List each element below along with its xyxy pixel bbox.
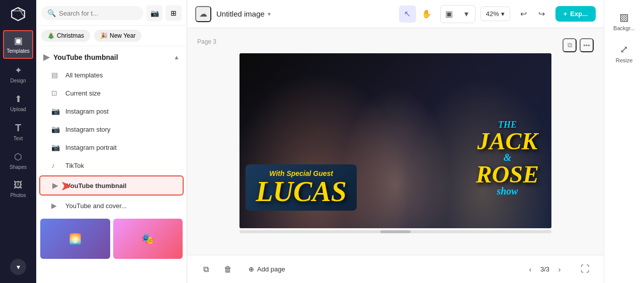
youtube-section-icon: ▶ (43, 52, 49, 62)
view-button[interactable]: ▣ (441, 6, 458, 23)
instagram-story-icon: 📷 (51, 125, 60, 133)
sidebar-item-label: Design (10, 78, 26, 83)
christmas-label: Christmas (57, 32, 84, 39)
menu-item-current-size[interactable]: ⊡ Current size (39, 84, 184, 102)
background-label: Backgr... (613, 25, 635, 31)
show-title-rose: ROSE (476, 163, 539, 185)
page-number-label: Page 3 (197, 38, 216, 45)
canvas-wrapper: THE JACK & ROSE show With Special Guest … (239, 53, 551, 233)
view-chevron-button[interactable]: ▾ (458, 6, 475, 23)
grid-view-icon: ▣ (445, 9, 453, 19)
menu-item-label: YouTube thumbnail (66, 182, 126, 190)
background-icon: ▨ (619, 11, 629, 23)
bottom-toolbar: ⧉ 🗑 ⊕ Add page ‹ 3/3 › ⛶ (187, 255, 604, 283)
document-title: Untitled image (216, 10, 265, 18)
delete-page-button[interactable]: 🗑 (219, 261, 236, 278)
new-year-label: New Year (110, 32, 135, 39)
document-title-area[interactable]: Untitled image ▾ (216, 10, 271, 18)
template-section-header[interactable]: ▶ YouTube thumbnail ▲ (36, 46, 187, 66)
canvas-content: THE JACK & ROSE show With Special Guest … (239, 53, 551, 228)
menu-item-instagram-story[interactable]: 📷 Instagram story (39, 120, 184, 138)
menu-item-label: TikTok (65, 162, 84, 169)
text-icon: T (15, 122, 21, 134)
sidebar-item-label: Upload (10, 107, 26, 112)
top-toolbar: ☁ Untitled image ▾ ↖ ✋ ▣ ▾ 42% ▾ (187, 0, 604, 28)
canvas-container[interactable]: Page 3 ⧉ ••• THE JACK & R (187, 28, 604, 255)
search-bar: 🔍 📷 ⊞ (36, 0, 187, 26)
menu-item-all-templates[interactable]: ▤ All templates (39, 66, 184, 84)
app-logo[interactable] (8, 4, 28, 24)
view-tool-group: ▣ ▾ (440, 5, 475, 23)
export-button[interactable]: + Exp... (555, 6, 596, 22)
more-icon: ••• (583, 42, 590, 49)
design-icon: ✦ (15, 65, 22, 76)
menu-item-label: Current size (65, 89, 101, 97)
upload-icon: ⬆ (15, 93, 22, 105)
canvas-scrollbar-thumb (380, 230, 411, 233)
undo-icon: ↩ (520, 9, 527, 19)
fullscreen-button[interactable]: ⛶ (577, 261, 594, 278)
sidebar-expand-button[interactable]: ▾ (10, 259, 26, 275)
cloud-save-button[interactable]: ☁ (195, 6, 211, 22)
canvas-image[interactable]: THE JACK & ROSE show With Special Guest … (239, 53, 551, 228)
thumbnail-item-2[interactable]: 🎭 (113, 219, 183, 259)
menu-item-label: Instagram story (65, 126, 111, 133)
copy-page-button[interactable]: ⧉ (197, 261, 214, 278)
page-more-button[interactable]: ••• (580, 38, 594, 52)
camera-search-button[interactable]: 📷 (146, 5, 163, 21)
next-page-icon: › (558, 265, 561, 273)
current-size-icon: ⊡ (51, 89, 60, 97)
hand-tool-button[interactable]: ✋ (418, 6, 435, 23)
tag-row: 🎄 Christmas 🎉 New Year (36, 26, 187, 46)
youtube-thumbnail-icon: ▶ (52, 181, 61, 190)
new-year-tag[interactable]: 🎉 New Year (94, 30, 141, 42)
shapes-icon: ⬡ (14, 151, 22, 162)
menu-item-tiktok[interactable]: ♪ TikTok (39, 156, 184, 174)
sidebar-item-templates[interactable]: ▣ Templates (3, 30, 33, 59)
menu-item-youtube-cover[interactable]: ▶ YouTube and cover... (39, 197, 184, 215)
camera-icon: 📷 (150, 9, 159, 17)
title-chevron-icon: ▾ (268, 11, 271, 18)
export-label: Exp... (570, 10, 588, 18)
copy-icon: ⧉ (203, 265, 209, 274)
thumbnail-grid: 🌅 🎭 (36, 215, 187, 263)
next-page-button[interactable]: › (552, 262, 567, 276)
expand-icon: ⛶ (581, 264, 590, 274)
search-input-wrapper[interactable]: 🔍 (41, 6, 143, 20)
sidebar-item-upload[interactable]: ⬆ Upload (3, 89, 33, 116)
redo-button[interactable]: ↪ (533, 6, 550, 23)
christmas-tag[interactable]: 🎄 Christmas (41, 30, 90, 42)
search-icon: 🔍 (47, 9, 56, 17)
search-input[interactable] (59, 10, 137, 17)
template-list: ▶ YouTube thumbnail ▲ ▤ All templates ⊡ … (36, 46, 187, 283)
sidebar-item-design[interactable]: ✦ Design (3, 61, 33, 87)
menu-item-instagram-portrait[interactable]: 📷 Instagram portrait (39, 138, 184, 156)
guest-banner: With Special Guest LUCAS (246, 164, 357, 211)
undo-button[interactable]: ↩ (515, 6, 532, 23)
add-page-button[interactable]: ⊕ Add page (242, 261, 292, 277)
zoom-level: 42% (486, 10, 499, 18)
prev-page-button[interactable]: ‹ (523, 262, 537, 276)
resize-button[interactable]: ⤢ Resize (608, 38, 640, 68)
resize-icon: ⤢ (620, 43, 628, 55)
select-tool-button[interactable]: ↖ (399, 6, 416, 23)
thumbnail-item-1[interactable]: 🌅 (40, 219, 110, 259)
show-title-jack: JACK (476, 130, 539, 152)
sidebar: ▣ Templates ✦ Design ⬆ Upload T Text ⬡ S… (0, 0, 36, 283)
canvas-scrollbar[interactable] (239, 230, 551, 233)
duplicate-icon: ⧉ (568, 41, 572, 49)
page-actions: ⧉ ••• (562, 38, 594, 52)
menu-item-youtube-thumbnail[interactable]: ▶ YouTube thumbnail (39, 175, 184, 196)
sidebar-item-text[interactable]: T Text (3, 118, 33, 145)
filter-button[interactable]: ⊞ (166, 5, 182, 21)
sidebar-item-shapes[interactable]: ⬡ Shapes (3, 147, 33, 174)
zoom-control[interactable]: 42% ▾ (480, 7, 510, 21)
sidebar-item-label: Templates (7, 48, 30, 54)
background-button[interactable]: ▨ Backgr... (608, 6, 640, 36)
page-duplicate-button[interactable]: ⧉ (562, 38, 577, 52)
sidebar-item-photos[interactable]: 🖼 Photos (3, 176, 33, 202)
menu-item-instagram-post[interactable]: 📷 Instagram post (39, 102, 184, 120)
menu-item-label: YouTube and cover... (65, 202, 127, 210)
undo-redo-group: ↩ ↪ (515, 6, 550, 23)
chevron-down-icon: ▾ (464, 9, 468, 19)
